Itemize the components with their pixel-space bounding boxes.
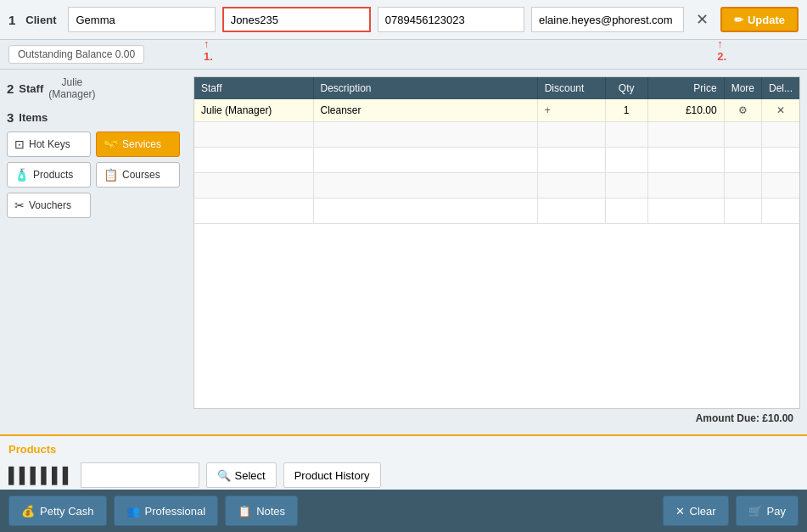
hot-keys-icon: ⊡ xyxy=(14,137,25,151)
professional-button[interactable]: 👥 Professional xyxy=(114,496,219,526)
services-icon: 🤝 xyxy=(104,137,118,151)
gear-icon[interactable]: ⚙ xyxy=(738,104,748,116)
professional-icon: 👥 xyxy=(126,505,140,518)
notes-button[interactable]: 📋 Notes xyxy=(225,496,298,526)
pay-icon: 🛒 xyxy=(748,505,762,518)
petty-cash-icon: 💰 xyxy=(21,505,35,518)
outstanding-balance: Outstanding Balance 0.00 xyxy=(8,45,144,64)
client-first-name-input[interactable] xyxy=(68,7,215,32)
row-qty: 1 xyxy=(605,99,647,122)
client-number: 1 xyxy=(8,13,15,27)
bottom-left-buttons: 💰 Petty Cash 👥 Professional 📋 Notes xyxy=(8,496,298,526)
col-header-staff: Staff xyxy=(194,77,313,99)
products-title: Products xyxy=(8,443,799,456)
services-button[interactable]: 🤝 Services xyxy=(96,132,180,157)
table-container: Staff Description Discount Qty Price Mor… xyxy=(193,76,800,409)
row-discount: + xyxy=(537,99,605,122)
col-header-desc: Description xyxy=(313,77,537,99)
product-history-button[interactable]: Product History xyxy=(283,462,381,488)
top-bar: 1 Client ✕ ✏ Update ↑1. ↑2. xyxy=(0,0,807,40)
vouchers-button[interactable]: ✂ Vouchers xyxy=(7,193,91,218)
right-area: Staff Description Discount Qty Price Mor… xyxy=(187,70,807,434)
table-row-empty-1 xyxy=(194,122,799,148)
bottom-right-buttons: ✕ Clear 🛒 Pay xyxy=(663,496,799,526)
select-button[interactable]: 🔍 Select xyxy=(206,462,277,488)
client-label: Client xyxy=(25,14,56,26)
discount-plus-icon[interactable]: + xyxy=(545,104,551,116)
client-phone-input[interactable] xyxy=(378,7,524,32)
items-section-label: Items xyxy=(19,111,48,124)
items-section-number: 3 xyxy=(7,110,14,125)
staff-section: 2 Staff Julie (Manager) xyxy=(7,76,180,100)
products-button[interactable]: 🧴 Products xyxy=(7,162,91,188)
row-description: Cleanser xyxy=(313,99,537,122)
update-button[interactable]: ✏ Update xyxy=(720,7,799,32)
table-row-empty-3 xyxy=(194,173,799,199)
search-circle-icon: 🔍 xyxy=(217,469,231,482)
delete-icon[interactable]: ✕ xyxy=(776,104,785,116)
items-section: 3 Items ⊡ Hot Keys 🤝 Services 🧴 Products… xyxy=(7,110,180,218)
clear-icon: ✕ xyxy=(675,505,685,518)
hot-keys-button[interactable]: ⊡ Hot Keys xyxy=(7,132,91,157)
barcode-input[interactable] xyxy=(81,462,199,488)
col-header-discount: Discount xyxy=(537,77,605,99)
col-header-del: Del... xyxy=(761,77,799,99)
table-row: Julie (Manager) Cleanser + 1 £10.00 ⚙ ✕ xyxy=(194,99,799,122)
amount-due-bar: Amount Due: £10.00 xyxy=(193,409,800,428)
main-content: 2 Staff Julie (Manager) 3 Items ⊡ Hot Ke… xyxy=(0,70,807,434)
col-header-more: More xyxy=(724,77,761,99)
amount-due-text: Amount Due: £10.00 xyxy=(696,412,793,424)
courses-icon: 📋 xyxy=(104,168,118,182)
row-delete[interactable]: ✕ xyxy=(761,99,799,122)
barcode-icon: ▌▌▌▌▌▌ xyxy=(8,467,74,484)
notes-icon: 📋 xyxy=(238,505,251,518)
staff-section-number: 2 xyxy=(7,81,14,96)
pencil-icon: ✏ xyxy=(734,14,743,26)
client-email-input[interactable] xyxy=(531,7,684,32)
products-icon: 🧴 xyxy=(14,168,29,182)
products-controls: ▌▌▌▌▌▌ 🔍 Select Product History xyxy=(8,462,799,488)
row-staff: Julie (Manager) xyxy=(194,99,313,122)
items-grid: ⊡ Hot Keys 🤝 Services 🧴 Products 📋 Cours… xyxy=(7,132,180,218)
close-button[interactable]: ✕ xyxy=(691,8,714,31)
pay-button[interactable]: 🛒 Pay xyxy=(736,496,799,526)
staff-name: Julie (Manager) xyxy=(48,76,95,100)
client-last-name-input[interactable] xyxy=(222,7,371,32)
vouchers-icon: ✂ xyxy=(14,199,25,212)
col-header-price: Price xyxy=(647,77,724,99)
col-header-qty: Qty xyxy=(605,77,647,99)
items-table: Staff Description Discount Qty Price Mor… xyxy=(194,77,799,224)
left-sidebar: 2 Staff Julie (Manager) 3 Items ⊡ Hot Ke… xyxy=(0,70,187,434)
table-row-empty-2 xyxy=(194,148,799,173)
items-header: 3 Items xyxy=(7,110,180,125)
bottom-bar: 💰 Petty Cash 👥 Professional 📋 Notes ✕ Cl… xyxy=(0,490,807,532)
petty-cash-button[interactable]: 💰 Petty Cash xyxy=(8,496,107,526)
row-more[interactable]: ⚙ xyxy=(724,99,761,122)
table-header-row: Staff Description Discount Qty Price Mor… xyxy=(194,77,799,99)
clear-button[interactable]: ✕ Clear xyxy=(663,496,729,526)
balance-bar: Outstanding Balance 0.00 xyxy=(0,40,807,70)
row-price: £10.00 xyxy=(647,99,724,122)
courses-button[interactable]: 📋 Courses xyxy=(96,162,180,188)
table-row-empty-4 xyxy=(194,199,799,224)
staff-section-label: Staff xyxy=(19,82,43,95)
